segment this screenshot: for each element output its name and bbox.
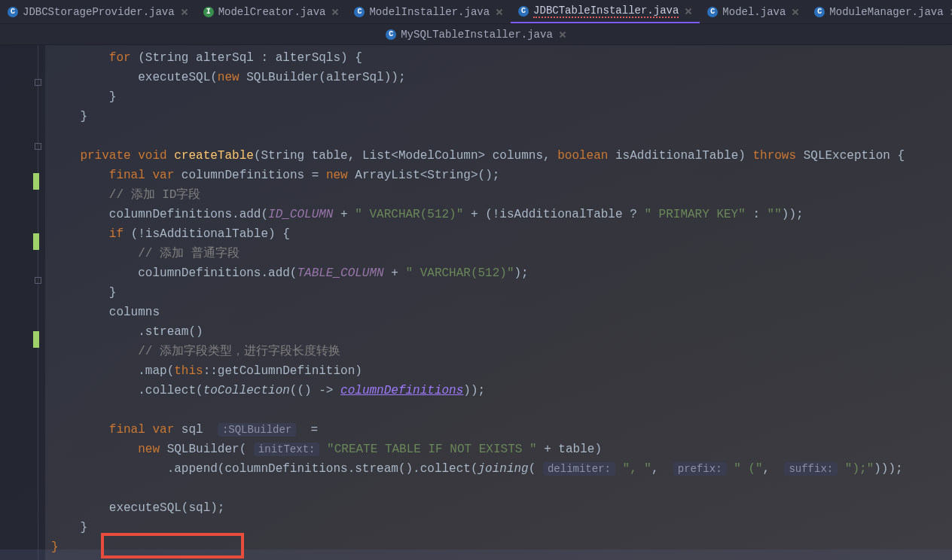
editor-tab[interactable]: IModelCreator.java [196, 0, 347, 23]
editor-tabbar-2: CMySQLTableInstaller.java [0, 24, 952, 45]
file-type-icon: I [203, 7, 214, 17]
fold-toggle-icon[interactable] [35, 277, 41, 284]
editor-tab[interactable]: CModel.java [700, 0, 807, 23]
tab-label: Model.java [722, 6, 786, 18]
file-type-icon: C [354, 7, 365, 17]
editor-tabbar: CJDBCStorageProvider.javaIModelCreator.j… [0, 0, 952, 24]
file-type-icon: C [707, 7, 718, 17]
tab-label: MySQLTableInstaller.java [401, 29, 553, 41]
file-type-icon: C [8, 7, 18, 17]
close-icon[interactable] [181, 8, 188, 16]
code-content[interactable]: for (String alterSql : alterSqls) { exec… [45, 45, 952, 560]
file-type-icon: C [386, 29, 396, 40]
editor-tab[interactable]: CMySQLTableInstaller.java [378, 24, 574, 44]
gutter [0, 45, 45, 560]
tab-label: ModelCreator.java [218, 6, 326, 18]
close-icon[interactable] [685, 8, 692, 15]
file-type-icon: C [518, 6, 529, 17]
fold-guide-line [38, 45, 38, 560]
editor-tab[interactable]: CModelInstaller.java [346, 0, 511, 23]
editor-tab[interactable]: CJDBCTableInstaller.java [511, 0, 700, 23]
editor-tab[interactable]: CJDBCStorageProvider.java [0, 0, 196, 23]
file-type-icon: C [814, 7, 825, 17]
close-icon[interactable] [331, 8, 339, 16]
tab-label: JDBCStorageProvider.java [23, 6, 175, 18]
close-icon[interactable] [792, 8, 799, 16]
editor[interactable]: for (String alterSql : alterSqls) { exec… [0, 45, 952, 560]
change-marker [33, 331, 39, 348]
fold-toggle-icon[interactable] [35, 143, 41, 150]
close-icon[interactable] [950, 8, 952, 16]
change-marker [33, 233, 39, 250]
tab-label: JDBCTableInstaller.java [533, 5, 679, 18]
editor-tab[interactable]: CModuleManager.java [807, 0, 952, 23]
highlight-box [101, 533, 244, 558]
fold-toggle-icon[interactable] [35, 79, 41, 86]
tab-label: ModelInstaller.java [369, 6, 490, 18]
tab-label: ModuleManager.java [829, 6, 943, 18]
change-marker [33, 173, 39, 190]
close-icon[interactable] [559, 31, 566, 38]
close-icon[interactable] [496, 8, 503, 16]
code-area[interactable]: for (String alterSql : alterSqls) { exec… [45, 45, 952, 560]
